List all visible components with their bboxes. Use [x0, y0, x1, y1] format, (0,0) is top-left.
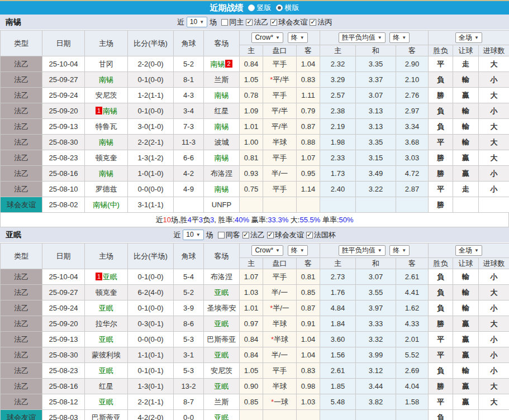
- europe-odds-group-header: 胜平负均值▼ 终▼: [320, 244, 429, 258]
- rank-badge: 1: [96, 273, 102, 280]
- cell-odds: 3.37: [356, 72, 396, 88]
- filter-checkbox[interactable]: 同主: [221, 17, 244, 27]
- cell-odds: 0.87: [297, 119, 320, 135]
- filter-checkbox[interactable]: 法国杯: [306, 230, 336, 240]
- cell-away-team: 亚眠: [204, 347, 240, 363]
- cell-home-team: 亚眠: [85, 332, 128, 347]
- cell-score: 2-2(2-1): [128, 135, 174, 150]
- cell-goals-result: 大: [479, 88, 509, 103]
- full-match-select[interactable]: 全场▼: [455, 32, 482, 43]
- cell-date: 25-08-02: [42, 197, 85, 213]
- table-row: 法乙25-09-27南锡0-1(0-0)8-1兰斯1.05*平/半0.833.2…: [1, 72, 509, 88]
- cell-corners: 7-3: [174, 119, 204, 135]
- cell-wdl-result: 負: [429, 269, 453, 285]
- cell-match-type: 法乙: [1, 150, 42, 166]
- cell-odds: [320, 410, 356, 420]
- bookmaker-select[interactable]: Crow*▼: [251, 245, 283, 256]
- match-count-select[interactable]: 10 ▼: [187, 17, 207, 27]
- final-odds-select2[interactable]: 终▼: [389, 32, 410, 43]
- avg-odds-select[interactable]: 胜平负均值▼: [339, 32, 386, 43]
- layout-radio-vertical[interactable]: 竖版: [248, 3, 272, 13]
- col-header-odds-away: 客: [297, 45, 320, 56]
- cell-home-team: 甘冈: [85, 56, 128, 72]
- cell-handicap: *平/半: [263, 72, 297, 88]
- cell-odds: 1.01: [240, 119, 263, 135]
- cell-match-type: 法乙: [1, 347, 42, 363]
- match-count-value: 10: [190, 18, 197, 26]
- cell-handicap: 半球: [263, 316, 297, 332]
- filter-checkbox-label: 球会友谊: [275, 230, 304, 240]
- full-match-select[interactable]: 全场▼: [455, 245, 482, 256]
- layout-radio-horizontal[interactable]: 横版: [276, 3, 299, 13]
- filter-checkbox[interactable]: 球会友谊: [270, 17, 307, 27]
- summary-segment: 50%: [339, 216, 354, 224]
- cell-odds: 3.99: [356, 347, 396, 363]
- cell-goals-result: 小: [479, 182, 509, 197]
- team-text: 南锡: [99, 75, 113, 84]
- chevron-down-icon: ▼: [378, 246, 382, 255]
- match-count-select[interactable]: 10 ▼: [183, 230, 203, 240]
- cell-match-type: 法乙: [1, 182, 42, 197]
- results-table: 类型 日期 主场 比分(半场) 角球 客场 Crow*▼ 终▼ 胜平负均值▼ 终…: [0, 30, 509, 213]
- table-row: 法乙25-09-27顿克奎6-2(4-0)5-2亚眠1.03半/一0.851.7…: [1, 285, 509, 300]
- team-text: 顿克奎: [96, 288, 117, 297]
- col-header-handicap-result: 让球: [453, 45, 479, 56]
- cell-match-type: 法乙: [1, 285, 42, 300]
- cell-handicap: *半球: [263, 332, 297, 347]
- cell-odds: 3.32: [356, 332, 396, 347]
- result-group-header: 全场▼: [429, 31, 509, 45]
- cell-match-type: 法乙: [1, 119, 42, 135]
- summary-segment: 3: [199, 216, 203, 224]
- cell-away-team: 布洛涅: [204, 166, 240, 182]
- cell-wdl-result: 勝: [429, 88, 453, 103]
- cell-corners: 3-1: [174, 347, 204, 363]
- team-text: 南锡: [103, 107, 117, 115]
- cell-odds: 2.38: [320, 103, 356, 119]
- rank-badge: 2: [225, 60, 232, 68]
- team-text: 南锡(中): [93, 201, 120, 209]
- section-nancy: 南锡 近 10 ▼ 场 同主法乙球会友谊法丙 类型 日期 主场 比分(半场) 角…: [0, 15, 509, 227]
- team-text: 布洛涅: [211, 273, 232, 281]
- filter-checkbox[interactable]: 法乙: [242, 230, 265, 240]
- filter-bar: 近 10 ▼ 场 同主法乙球会友谊法丙: [177, 17, 332, 27]
- filter-checkbox[interactable]: 法丙: [310, 17, 332, 27]
- rank-badge: 1: [96, 107, 102, 114]
- table-row: 球会友谊25-08-03巴斯蒂亚4-2(2-0)0-0亚眠負: [1, 410, 509, 420]
- filter-checkbox[interactable]: 球会友谊: [267, 230, 304, 240]
- team-text: 甘冈: [99, 60, 113, 68]
- checkbox-checked-icon: [270, 19, 277, 26]
- cell-odds: 1.84: [320, 316, 356, 332]
- cell-date: 25-09-13: [42, 119, 85, 135]
- team-text: 拉华尔: [96, 319, 117, 328]
- cell-odds: 3.97: [356, 300, 396, 316]
- cell-handicap: *一球: [263, 394, 297, 410]
- team-text: 兰斯: [215, 398, 229, 406]
- cell-odds: 3.44: [356, 379, 396, 394]
- filter-checkbox[interactable]: 同客: [218, 230, 240, 240]
- page-title: 近期战绩: [210, 3, 244, 13]
- cell-home-team: 南锡: [85, 166, 128, 182]
- cell-odds: 0.88: [297, 135, 320, 150]
- final-odds-select[interactable]: 终▼: [288, 245, 308, 256]
- filter-checkbox[interactable]: 法乙: [246, 17, 268, 27]
- bookmaker-select[interactable]: Crow*▼: [251, 32, 283, 43]
- cell-corners: 0-0: [174, 410, 204, 420]
- final-odds-select2[interactable]: 终▼: [389, 245, 410, 256]
- cell-wdl-result: 負: [429, 285, 453, 300]
- team-text: 亚眠: [215, 351, 229, 359]
- cell-home-team: 亚眠: [85, 394, 128, 410]
- radio-unchecked-icon: [248, 4, 255, 11]
- summary-segment: , 胜率:: [214, 215, 235, 225]
- cell-wdl-result: 負: [429, 72, 453, 88]
- avg-odds-select[interactable]: 胜平负均值▼: [339, 245, 386, 256]
- cell-wdl-result: 平: [429, 347, 453, 363]
- cell-date: 25-09-24: [42, 88, 85, 103]
- col-header-home: 主场: [85, 244, 128, 269]
- cell-wdl-result: 負: [429, 363, 453, 379]
- cell-handicap-result: 輸: [453, 135, 479, 150]
- summary-segment: 负: [203, 215, 210, 225]
- cell-odds: 1.09: [240, 103, 263, 119]
- final-odds-select[interactable]: 终▼: [288, 32, 308, 43]
- cell-away-team: 波城: [204, 135, 240, 150]
- cell-odds: [396, 410, 429, 420]
